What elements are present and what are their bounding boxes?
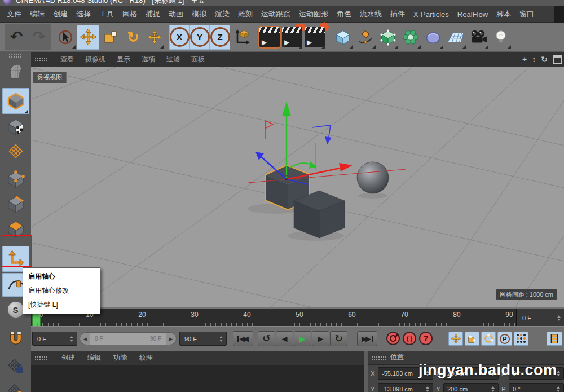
primitive-cube-button[interactable] bbox=[332, 25, 354, 50]
make-editable-button[interactable] bbox=[2, 59, 29, 83]
material-menu-texture[interactable]: 纹理 bbox=[139, 353, 153, 363]
environment-floor-button[interactable] bbox=[444, 25, 467, 50]
size-y-stepper[interactable] bbox=[490, 386, 498, 392]
deformer-button[interactable] bbox=[399, 25, 422, 50]
x-axis-lock-button[interactable]: X bbox=[169, 25, 190, 50]
menu-realflow[interactable]: RealFlow bbox=[457, 10, 488, 19]
viewport-menu-panel[interactable]: 面板 bbox=[191, 55, 205, 64]
prev-frame-button[interactable]: ◀ bbox=[276, 331, 293, 346]
autokey-button[interactable]: ( ) bbox=[403, 332, 416, 345]
menu-motion-tracker[interactable]: 运动跟踪 bbox=[261, 9, 290, 19]
menu-simulate[interactable]: 模拟 bbox=[192, 9, 206, 19]
record-keyframe-button[interactable] bbox=[386, 332, 400, 345]
timeline-ruler[interactable]: 0 10 20 30 40 50 60 70 80 90 0 F bbox=[31, 309, 564, 327]
volume-button[interactable] bbox=[422, 25, 444, 50]
rotation-p-stepper[interactable] bbox=[555, 386, 563, 392]
texture-mode-button[interactable] bbox=[2, 115, 29, 139]
spline-pen-button[interactable] bbox=[354, 25, 377, 50]
viewport-menu-display[interactable]: 显示 bbox=[117, 55, 130, 64]
start-frame-spinner[interactable]: 0 F bbox=[32, 332, 77, 346]
material-menu-edit[interactable]: 编辑 bbox=[87, 353, 101, 363]
redo-button[interactable]: ↷ bbox=[28, 25, 50, 50]
menu-file[interactable]: 文件 bbox=[7, 9, 21, 19]
snap-magnet-button[interactable] bbox=[2, 327, 29, 353]
coordinates-drag-handle[interactable] bbox=[371, 356, 386, 360]
goto-start-button[interactable]: ◀◀ bbox=[233, 331, 253, 346]
size-y-field[interactable]: 200 cm bbox=[443, 383, 499, 392]
rotate-tool-button[interactable]: ↻ bbox=[122, 25, 144, 50]
coordinates-tab-position[interactable]: 位置 bbox=[390, 353, 404, 363]
last-tool-button[interactable] bbox=[144, 25, 165, 50]
material-menu-function[interactable]: 功能 bbox=[113, 353, 127, 363]
frame-range-slider[interactable]: ◀ 0 F 90 F ▶ bbox=[80, 332, 177, 345]
render-view-button[interactable]: ▶ bbox=[258, 25, 281, 50]
render-picture-viewer-button[interactable]: ▶ bbox=[281, 25, 303, 50]
rotation-p-field[interactable]: 0 ° bbox=[509, 383, 564, 392]
move-tool-button[interactable] bbox=[77, 25, 99, 50]
viewport-menu-options[interactable]: 选项 bbox=[142, 55, 155, 64]
menu-snap[interactable]: 捕捉 bbox=[146, 9, 160, 19]
coordinate-system-button[interactable] bbox=[230, 25, 253, 50]
viewport-maximize-icon[interactable] bbox=[553, 55, 562, 64]
goto-end-button[interactable]: ▶▶ bbox=[357, 331, 377, 346]
menu-xparticles[interactable]: X-Particles bbox=[413, 10, 449, 19]
keyframe-selection-button[interactable]: ? bbox=[419, 332, 433, 345]
menu-animate[interactable]: 动画 bbox=[169, 9, 183, 19]
menu-create[interactable]: 创建 bbox=[53, 9, 68, 19]
range-left-arrow-icon[interactable]: ◀ bbox=[80, 336, 90, 342]
viewport-rotate-icon[interactable]: ↻ bbox=[541, 55, 548, 64]
second-cube[interactable] bbox=[294, 191, 345, 238]
menu-tools[interactable]: 工具 bbox=[99, 9, 114, 19]
workplane-align-button[interactable] bbox=[2, 381, 29, 392]
workplane-mode-button[interactable] bbox=[2, 140, 29, 162]
key-rotation-toggle[interactable] bbox=[481, 332, 496, 346]
menu-plugins[interactable]: 插件 bbox=[390, 9, 405, 19]
material-menu-create[interactable]: 创建 bbox=[61, 353, 75, 363]
model-mode-button[interactable] bbox=[2, 88, 29, 114]
light-button[interactable] bbox=[490, 25, 512, 50]
end-frame-stepper[interactable] bbox=[218, 336, 226, 342]
end-frame-spinner[interactable]: 90 F bbox=[179, 332, 227, 346]
viewport-canvas[interactable]: 网格间距 : 1000 cm bbox=[31, 67, 564, 307]
range-right-arrow-icon[interactable]: ▶ bbox=[166, 336, 176, 342]
viewport-menu-view[interactable]: 查看 bbox=[60, 55, 74, 64]
menu-script[interactable]: 脚本 bbox=[496, 9, 511, 19]
render-settings-button[interactable]: ▶ bbox=[303, 25, 326, 50]
viewport-menu-filter[interactable]: 过滤 bbox=[166, 55, 180, 64]
menu-pipeline[interactable]: 流水线 bbox=[360, 9, 382, 19]
start-frame-stepper[interactable] bbox=[68, 336, 77, 342]
sphere-object[interactable] bbox=[357, 162, 389, 193]
goto-next-key-button[interactable]: ↻ bbox=[330, 331, 347, 346]
menu-mograph[interactable]: 运动图形 bbox=[299, 9, 328, 19]
keyframe-tracks-button[interactable] bbox=[547, 332, 562, 346]
position-y-field[interactable]: -13.098 cm bbox=[378, 383, 433, 392]
edges-mode-button[interactable] bbox=[2, 192, 29, 216]
viewport-pan-icon[interactable]: + bbox=[522, 55, 527, 64]
camera-button[interactable] bbox=[467, 25, 490, 50]
key-scale-toggle[interactable] bbox=[465, 332, 479, 346]
material-manager-body[interactable] bbox=[31, 365, 364, 392]
menu-sculpt[interactable]: 雕刻 bbox=[238, 9, 253, 19]
menu-mesh[interactable]: 网格 bbox=[122, 9, 137, 19]
key-parameter-toggle[interactable]: P bbox=[497, 332, 512, 346]
viewport-drag-handle[interactable] bbox=[34, 58, 49, 61]
scale-tool-button[interactable] bbox=[99, 25, 122, 50]
current-frame-stepper[interactable] bbox=[556, 315, 564, 321]
live-selection-button[interactable] bbox=[54, 25, 77, 50]
key-pla-toggle[interactable] bbox=[514, 332, 528, 346]
z-axis-lock-button[interactable]: Z bbox=[210, 25, 230, 50]
menu-select[interactable]: 选择 bbox=[76, 9, 91, 19]
goto-prev-key-button[interactable]: ↺ bbox=[258, 331, 275, 346]
menu-window[interactable]: 窗口 bbox=[519, 9, 534, 19]
menu-character[interactable]: 角色 bbox=[337, 9, 351, 19]
current-frame-field[interactable]: 0 F bbox=[516, 309, 564, 327]
palette-drag-handle[interactable] bbox=[8, 54, 23, 58]
material-drag-handle[interactable] bbox=[34, 356, 49, 360]
points-mode-button[interactable] bbox=[2, 168, 29, 191]
play-button[interactable]: ▶ bbox=[294, 331, 311, 346]
subdivision-surface-button[interactable] bbox=[377, 25, 399, 50]
undo-button[interactable]: ↶ bbox=[5, 25, 28, 50]
position-y-stepper[interactable] bbox=[424, 386, 433, 392]
menu-render[interactable]: 渲染 bbox=[215, 9, 230, 19]
viewport-menu-cameras[interactable]: 摄像机 bbox=[85, 55, 105, 64]
